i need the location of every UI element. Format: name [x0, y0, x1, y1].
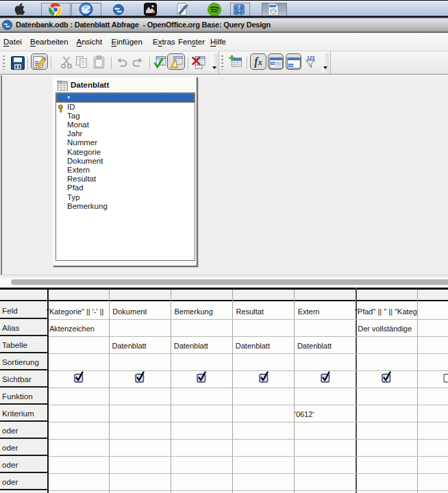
svg-text:123: 123 [307, 55, 315, 60]
